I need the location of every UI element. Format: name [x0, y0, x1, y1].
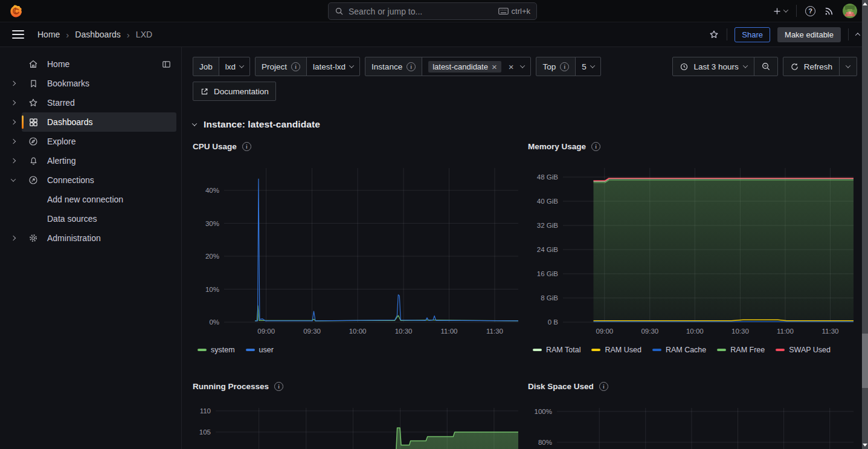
info-icon[interactable]: i: [591, 142, 600, 151]
expand-starred-icon[interactable]: [5, 101, 22, 105]
sidebar-item-starred[interactable]: Starred: [22, 93, 176, 112]
sidebar-item-data-sources[interactable]: Data sources: [22, 209, 176, 228]
legend-item[interactable]: SWAP Used: [776, 346, 831, 354]
sidebar-item-alerting[interactable]: Alerting: [22, 151, 176, 170]
disk-space-used-chart[interactable]: 80%100%: [528, 405, 857, 449]
panel-header[interactable]: CPU Usage i: [193, 142, 522, 151]
svg-text:11:00: 11:00: [777, 328, 794, 335]
cpu-usage-chart[interactable]: 0%10%20%30%40%09:0009:3010:0010:3011:001…: [193, 166, 522, 341]
svg-text:40%: 40%: [205, 187, 219, 194]
menu-icon[interactable]: [12, 30, 24, 39]
scrollbar[interactable]: [862, 0, 868, 449]
info-icon[interactable]: i: [242, 142, 251, 151]
documentation-link[interactable]: Documentation: [193, 82, 276, 101]
sidebar-item-connections[interactable]: Connections: [22, 170, 176, 190]
chevron-up-icon: [855, 33, 860, 37]
info-icon[interactable]: i: [599, 382, 608, 391]
star-icon: [709, 29, 719, 40]
sidebar-item-bookmarks[interactable]: Bookmarks: [22, 74, 176, 93]
legend-label: RAM Total: [546, 346, 580, 354]
legend-item[interactable]: system: [198, 346, 235, 354]
panel-title: Running Processes: [193, 382, 269, 391]
plus-icon: [773, 7, 782, 16]
collapse-sidebar-icon[interactable]: [161, 59, 172, 69]
svg-text:8 GiB: 8 GiB: [541, 294, 558, 302]
legend-item[interactable]: RAM Cache: [652, 346, 706, 354]
expand-administration-icon[interactable]: [5, 236, 22, 240]
chevron-down-icon: [590, 63, 595, 68]
expand-dashboards-icon[interactable]: [5, 120, 22, 124]
panel-disk-space-used: Disk Space Used i 80%100%: [528, 382, 857, 449]
info-icon[interactable]: i: [291, 62, 300, 71]
collapse-connections-icon[interactable]: [5, 178, 22, 182]
panel-header[interactable]: Memory Usage i: [528, 142, 857, 151]
time-range-label: Last 3 hours: [693, 62, 738, 71]
info-icon[interactable]: i: [407, 62, 416, 71]
sidebar-item-add-new-connection[interactable]: Add new connection: [22, 190, 176, 209]
external-link-icon: [200, 87, 209, 96]
project-select[interactable]: latest-lxd: [306, 57, 360, 76]
expand-alerting-icon[interactable]: [5, 159, 22, 163]
make-editable-button[interactable]: Make editable: [777, 27, 841, 42]
avatar[interactable]: [843, 4, 857, 18]
svg-text:24 GiB: 24 GiB: [537, 246, 558, 253]
panel-header[interactable]: Running Processes i: [193, 382, 522, 391]
legend-item[interactable]: user: [246, 346, 274, 354]
svg-text:10:00: 10:00: [686, 328, 704, 335]
expand-explore-icon[interactable]: [5, 140, 22, 143]
refresh-interval-button[interactable]: [839, 57, 857, 76]
breadcrumb-dashboards[interactable]: Dashboards: [75, 30, 121, 39]
help-icon: ?: [805, 6, 815, 16]
scroll-down-icon[interactable]: [863, 444, 867, 447]
top-select[interactable]: 5: [575, 57, 601, 76]
legend-swatch: [652, 349, 661, 351]
info-icon[interactable]: i: [274, 382, 283, 391]
add-new-button[interactable]: [773, 7, 788, 16]
instance-chip-label: latest-candidate: [432, 62, 488, 71]
sidebar-item-administration[interactable]: Administration: [22, 228, 176, 248]
sidebar-item-explore[interactable]: Explore: [22, 132, 176, 151]
clear-icon[interactable]: ×: [509, 62, 514, 71]
sidebar-item-dashboards[interactable]: Dashboards: [22, 112, 176, 132]
time-range-picker[interactable]: Last 3 hours: [672, 57, 754, 76]
running-processes-chart[interactable]: 100105110: [193, 405, 522, 449]
favorite-button[interactable]: [709, 29, 719, 40]
panel-header[interactable]: Disk Space Used i: [528, 382, 857, 391]
svg-text:0%: 0%: [209, 318, 219, 326]
sidebar-item-home[interactable]: Home: [22, 54, 176, 74]
refresh-label: Refresh: [804, 62, 832, 71]
search-icon: [335, 7, 344, 16]
instance-chip[interactable]: latest-candidate ×: [428, 61, 501, 73]
job-select[interactable]: lxd: [219, 57, 250, 76]
instance-select[interactable]: latest-candidate × ×: [422, 57, 531, 76]
refresh-group: Refresh: [783, 57, 857, 76]
svg-text:100%: 100%: [535, 408, 552, 415]
variable-job: Job lxd: [193, 57, 250, 76]
share-button[interactable]: Share: [735, 27, 770, 42]
legend-item[interactable]: RAM Total: [533, 346, 580, 354]
remove-chip-icon[interactable]: ×: [492, 62, 497, 71]
svg-text:10%: 10%: [205, 286, 219, 293]
chevron-down-icon: [192, 121, 197, 126]
scrollbar-thumb[interactable]: [862, 334, 868, 388]
search-input[interactable]: Search or jump to... ctrl+k: [328, 2, 537, 20]
refresh-button[interactable]: Refresh: [783, 57, 840, 76]
legend-item[interactable]: RAM Free: [717, 346, 765, 354]
scroll-up-icon[interactable]: [863, 2, 867, 5]
memory-usage-chart[interactable]: 0 B8 GiB16 GiB24 GiB32 GiB40 GiB48 GiB09…: [528, 166, 857, 341]
zoom-out-button[interactable]: [754, 57, 778, 76]
expand-bookmarks-icon[interactable]: [5, 82, 22, 85]
legend-swatch: [198, 349, 207, 351]
legend-item[interactable]: RAM Used: [591, 346, 641, 354]
grafana-logo-icon[interactable]: [8, 4, 24, 19]
help-button[interactable]: ?: [805, 6, 815, 16]
dashboard-content: Job lxd Project i latest-lxd: [182, 47, 868, 449]
svg-text:11:00: 11:00: [441, 328, 458, 335]
collapse-toolbar-button[interactable]: [856, 33, 860, 36]
row-instance-latest-candidate[interactable]: Instance: latest-candidate: [193, 119, 857, 130]
memory-usage-legend: RAM TotalRAM UsedRAM CacheRAM FreeSWAP U…: [528, 346, 857, 354]
keyboard-icon: [498, 7, 509, 15]
breadcrumb-home[interactable]: Home: [37, 30, 60, 39]
news-button[interactable]: [824, 6, 834, 16]
info-icon[interactable]: i: [560, 62, 569, 71]
